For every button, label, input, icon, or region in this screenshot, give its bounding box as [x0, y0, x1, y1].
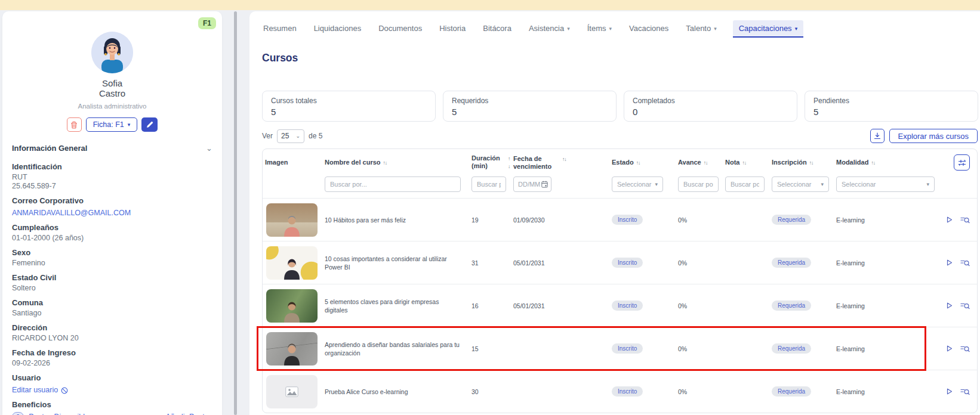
ficha-dropdown-button[interactable]: Ficha: F1 ▾	[86, 117, 138, 132]
tab-resumen[interactable]: Resumen	[262, 20, 298, 38]
course-details-button[interactable]	[960, 302, 970, 309]
employee-role: Analista administrativo	[12, 103, 212, 110]
table-header-row: Imagen Nombre del curso↑↓ Duración(min)↑…	[263, 149, 977, 173]
filter-modalidad-select[interactable]: Seleccionar ▾	[836, 176, 935, 192]
edit-user-link[interactable]: Editar usuario	[12, 386, 68, 395]
filter-estado-select[interactable]: Seleccionar ▾	[612, 176, 663, 192]
course-name[interactable]: 10 Hábitos para ser más feliz	[322, 216, 469, 224]
employee-fields: Identificación RUT 25.645.589-7 Correo C…	[12, 162, 212, 415]
course-modality: E-learning	[834, 345, 945, 352]
course-progress: 0%	[676, 388, 723, 395]
status-badge: Inscrito	[612, 343, 643, 354]
course-details-button[interactable]	[960, 388, 970, 395]
play-course-button[interactable]	[945, 259, 953, 267]
tab-items[interactable]: Ítems▾	[586, 20, 613, 38]
explore-courses-button[interactable]: Explorar más cursos	[889, 129, 978, 143]
course-modality: E-learning	[834, 302, 945, 309]
col-inscripcion: Inscripción↑↓	[769, 159, 834, 167]
enrollment-badge: Requerida	[772, 386, 811, 397]
col-duracion: Duración(min)↑↓	[469, 154, 511, 171]
course-name[interactable]: Prueba Alice Curso e-learning	[322, 388, 469, 396]
tab-talento[interactable]: Talento▾	[685, 20, 717, 38]
filter-avance-input[interactable]	[678, 176, 719, 192]
points-available-link[interactable]: Puntos Disponibles	[29, 413, 93, 415]
info-general-section-header[interactable]: Información General ⌄	[12, 144, 212, 153]
sort-icon[interactable]: ↑↓	[383, 159, 387, 167]
course-modality: E-learning	[834, 259, 945, 267]
points-count-badge: 0	[12, 412, 24, 415]
course-progress: 0%	[676, 259, 723, 267]
status-badge: Inscrito	[612, 258, 643, 268]
course-thumbnail	[266, 246, 318, 280]
course-modality: E-learning	[834, 216, 945, 224]
details-search-icon	[960, 259, 970, 267]
play-course-button[interactable]	[945, 388, 953, 395]
column-settings-button[interactable]	[954, 154, 970, 171]
add-points-link[interactable]: Añadir Puntos	[165, 413, 212, 415]
filter-nota-input[interactable]	[725, 176, 765, 192]
filter-nombre-input[interactable]	[325, 176, 461, 192]
play-icon	[945, 345, 953, 352]
sort-icon[interactable]: ↑↓	[636, 159, 640, 167]
corporate-email-link[interactable]: ANMARIDAVALILLO@GMAIL.COM	[12, 209, 131, 218]
delete-employee-button[interactable]	[67, 117, 82, 132]
sort-icon[interactable]: ↑↓	[809, 159, 813, 167]
col-imagen: Imagen	[263, 159, 322, 166]
tab-vacaciones[interactable]: Vacaciones	[628, 20, 670, 38]
caret-down-icon: ▾	[821, 181, 824, 187]
play-icon	[945, 302, 953, 309]
field-direccion: Dirección RICARDO LYON 20	[12, 323, 212, 343]
tab-asistencia[interactable]: Asistencia▾	[528, 20, 571, 38]
course-stats: Cursos totales 5 Requeridos 5 Completado…	[262, 91, 980, 122]
field-correo-corporativo: Correo Corporativo ANMARIDAVALILLO@GMAIL…	[12, 196, 212, 218]
course-details-button[interactable]	[960, 345, 970, 352]
download-button[interactable]	[870, 129, 885, 143]
course-details-button[interactable]	[960, 259, 970, 267]
caret-down-icon: ▾	[128, 122, 131, 128]
course-details-button[interactable]	[960, 216, 970, 224]
course-thumbnail-placeholder	[266, 375, 318, 408]
field-usuario: Usuario Editar usuario	[12, 373, 212, 395]
play-course-button[interactable]	[945, 216, 953, 224]
col-estado: Estado↑↓	[609, 159, 676, 167]
woman-avatar-icon	[91, 32, 133, 73]
course-row: 5 elementos claves para dirigir empresas…	[263, 284, 977, 327]
play-icon	[945, 216, 953, 224]
sort-icon[interactable]: ↑↓	[562, 156, 566, 163]
tab-historia[interactable]: Historia	[438, 20, 467, 38]
filter-inscripcion-select[interactable]: Seleccionar ▾	[772, 176, 829, 192]
field-identificacion: Identificación RUT 25.645.589-7	[12, 162, 212, 191]
course-row: Prueba Alice Curso e-learning 30 Inscrit…	[263, 370, 977, 413]
tab-documentos[interactable]: Documentos	[377, 20, 423, 38]
vertical-scrollbar[interactable]	[234, 11, 237, 415]
play-course-button[interactable]	[945, 345, 953, 352]
tab-liquidaciones[interactable]: Liquidaciones	[313, 20, 363, 38]
stat-pendientes: Pendientes 5	[805, 91, 978, 122]
sort-icon[interactable]: ↑↓	[871, 159, 875, 167]
course-name[interactable]: 10 cosas importantes a considerar al uti…	[322, 255, 469, 271]
tab-bitacora[interactable]: Bitácora	[482, 20, 513, 38]
filter-duracion-input[interactable]	[471, 176, 506, 192]
filter-fecha-input[interactable]: DD/MM	[513, 176, 551, 192]
caret-down-icon: ▾	[655, 181, 658, 187]
caret-down-icon: ▾	[567, 26, 570, 32]
caret-down-icon: ▾	[609, 26, 612, 32]
field-cumpleanos: Cumpleaños 01-01-2000 (26 años)	[12, 223, 212, 243]
main-panel: Resumen Liquidaciones Documentos Histori…	[249, 11, 980, 415]
table-filter-row: DD/MM Seleccionar ▾ Seleccionar	[263, 173, 977, 198]
col-nombre: Nombre del curso↑↓	[322, 159, 469, 167]
course-progress: 0%	[676, 216, 723, 224]
course-progress: 0%	[676, 302, 723, 309]
sort-icon[interactable]: ↑↓	[704, 159, 708, 167]
status-badge: Inscrito	[612, 215, 643, 225]
sort-icon[interactable]: ↑↓	[742, 159, 746, 167]
tab-capacitaciones[interactable]: Capacitaciones▾	[733, 20, 803, 38]
enrollment-badge: Requerida	[772, 258, 811, 268]
page-size-select[interactable]: 25 ⌄	[277, 129, 304, 143]
course-name[interactable]: 5 elementos claves para dirigir empresas…	[322, 298, 469, 314]
edit-employee-button[interactable]	[141, 117, 158, 132]
course-name[interactable]: Aprendiendo a diseñar bandas salariales …	[322, 340, 469, 357]
play-course-button[interactable]	[945, 302, 953, 309]
trash-icon	[70, 121, 78, 129]
field-sexo: Sexo Femenino	[12, 248, 212, 268]
